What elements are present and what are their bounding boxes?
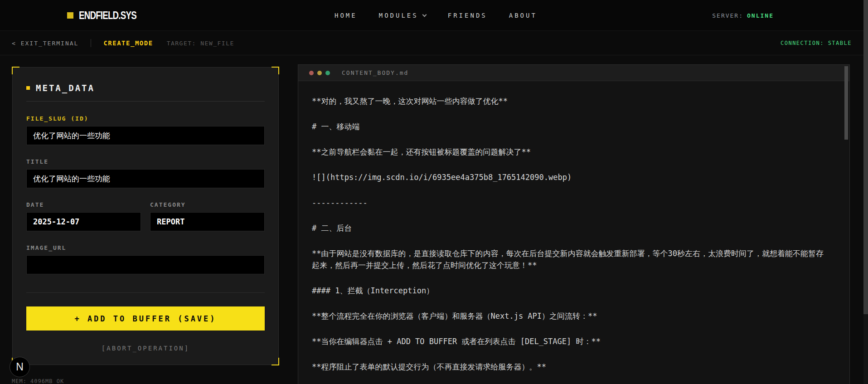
panel-header: META_DATA <box>26 81 265 102</box>
exit-terminal-link[interactable]: < EXIT_TERMINAL <box>12 40 78 47</box>
corner-bracket-top-right <box>272 67 279 74</box>
terminal-toolbar: < EXIT_TERMINAL CREATE_MODE TARGET: NEW_… <box>0 31 863 55</box>
content-editor-panel: CONTENT_BODY.md **对的，我又熬了一晚，这次对网站一些内容做了优… <box>298 64 850 384</box>
window-dot-green-icon <box>325 71 330 75</box>
nav-item[interactable]: ABOUT <box>509 12 537 19</box>
markdown-line: ------------ <box>312 197 824 209</box>
category-label: CATEGORY <box>150 201 265 208</box>
field-slug: FILE_SLUG (ID) <box>26 115 265 145</box>
target-label: TARGET: NEW_FILE <box>167 40 234 47</box>
toolbar-divider <box>91 39 91 47</box>
field-image-url: IMAGE_URL <box>26 244 265 274</box>
image-url-input[interactable] <box>26 255 265 274</box>
date-label: DATE <box>26 201 141 208</box>
page-scrollbar-thumb[interactable] <box>863 0 868 314</box>
add-to-buffer-button[interactable]: + ADD TO BUFFER (SAVE) <box>26 306 265 331</box>
connection-status: CONNECTION: STABLE <box>781 40 852 46</box>
nav-item-label: FRIENDS <box>448 12 487 19</box>
field-title: TITLE <box>26 158 265 188</box>
server-label: SERVER: <box>712 12 743 19</box>
markdown-content-area[interactable]: **对的，我又熬了一晚，这次对网站一些内容做了优化**# 一、移动端**之前导航… <box>298 81 849 384</box>
image-url-label: IMAGE_URL <box>26 244 265 251</box>
markdown-line: # 一、移动端 <box>312 121 824 132</box>
create-mode-label: CREATE_MODE <box>103 39 153 47</box>
nav-item[interactable]: HOME <box>335 12 357 19</box>
mem-status-text: MEM: 4096MB OK <box>12 378 64 384</box>
editor-scrollbar-thumb[interactable] <box>844 66 848 140</box>
nav-links: HOME MODULES FRIENDS ABOUT <box>335 0 537 31</box>
field-row-date-category: DATE CATEGORY <box>26 201 265 231</box>
server-status: SERVER: ONLINE <box>712 0 774 31</box>
markdown-line: ![](https://img.scdn.io/i/6935ee4a375b8_… <box>312 171 824 183</box>
corner-bracket-top-left <box>12 67 19 74</box>
corner-bracket-bottom-right <box>272 358 279 365</box>
markdown-line: **程序阻止了表单的默认提交行为（不再直接发请求给服务器）。** <box>312 361 824 373</box>
form-divider <box>26 292 265 293</box>
field-category: CATEGORY <box>150 201 265 231</box>
abort-operation-link[interactable]: [ABORT_OPERATION] <box>26 345 265 352</box>
slug-input[interactable] <box>26 126 265 145</box>
nav-item-label: HOME <box>335 12 357 19</box>
brand[interactable]: ENDFIELD.SYS <box>67 0 153 31</box>
window-dot-yellow-icon <box>317 71 322 75</box>
markdown-line: **整个流程完全在你的浏览器（客户端）和服务器（Next.js API）之间流转… <box>312 310 824 322</box>
bullet-square-icon <box>26 86 30 90</box>
markdown-line: #### 1、拦截（Interception） <box>312 285 824 297</box>
date-input[interactable] <box>26 212 141 231</box>
nav-item-label: MODULES <box>379 12 418 19</box>
page-scrollbar[interactable] <box>863 0 868 384</box>
markdown-line: # 二、后台 <box>312 222 824 234</box>
markdown-line: **对的，我又熬了一晚，这次对网站一些内容做了优化** <box>312 95 824 107</box>
nav-item[interactable]: MODULES <box>379 12 426 19</box>
top-nav: ENDFIELD.SYS HOME MODULES FRIENDS ABOUT … <box>0 0 863 31</box>
title-input[interactable] <box>26 169 265 188</box>
markdown-line: **之前导航栏会黏在一起，还有按钮被标题覆盖的问题解决了** <box>312 146 824 158</box>
nav-item[interactable]: FRIENDS <box>448 12 487 19</box>
nextjs-dev-badge[interactable]: N <box>10 357 30 377</box>
slug-label: FILE_SLUG (ID) <box>26 115 265 122</box>
meta-data-panel: META_DATA FILE_SLUG (ID) TITLE DATE CATE… <box>12 67 279 365</box>
category-input[interactable] <box>150 212 265 231</box>
editor-title-bar: CONTENT_BODY.md <box>298 65 849 81</box>
window-dot-red-icon <box>309 71 314 75</box>
brand-logo-icon <box>67 12 73 19</box>
nav-item-label: ABOUT <box>509 12 537 19</box>
server-status-value: ONLINE <box>747 12 774 19</box>
editor-filename: CONTENT_BODY.md <box>342 69 408 76</box>
markdown-line: **由于网站是没有数据库的，是直接读取仓库下的内容，每次在后台提交新内容就会触发… <box>312 248 824 271</box>
brand-title: ENDFIELD.SYS <box>79 9 136 22</box>
panel-title: META_DATA <box>36 83 95 93</box>
title-label: TITLE <box>26 158 265 165</box>
field-date: DATE <box>26 201 141 231</box>
markdown-line: **当你在编辑器点击 + ADD TO BUFFER 或者在列表点击 [DEL_… <box>312 335 824 347</box>
chevron-down-icon <box>422 12 427 17</box>
